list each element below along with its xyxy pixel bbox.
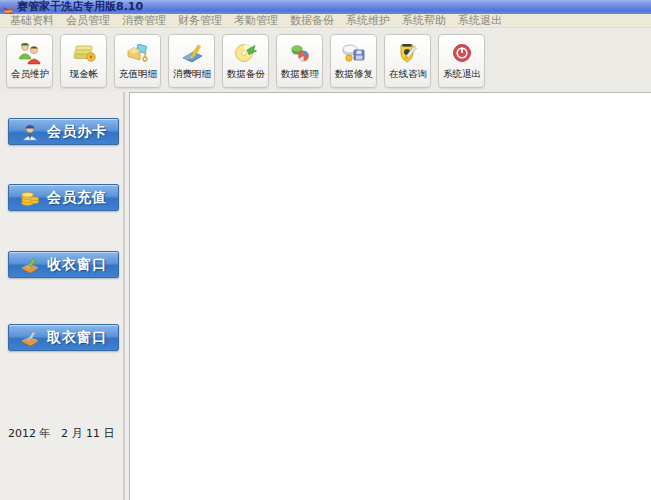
menu-item-system-exit[interactable]: 系统退出 [452, 14, 508, 28]
sidebar-button-label: 会员充值 [47, 189, 107, 207]
titlebar: 赛管家干洗店专用版8.10 [0, 0, 651, 14]
toolbar-button-label: 数据整理 [281, 67, 319, 80]
sidebar-button-member-recharge[interactable]: 会员充值 [8, 184, 119, 211]
menubar: 基础资料 会员管理 消费管理 财务管理 考勤管理 数据备份 系统维护 系统帮助 … [0, 14, 651, 28]
body-area: 会员办卡 会员充值 [0, 92, 651, 500]
toolbar-button-label: 会员维护 [11, 67, 49, 80]
toolbar-button-label: 系统退出 [443, 67, 481, 80]
toolbar-button-label: 充值明细 [119, 67, 157, 80]
data-organize-icon [287, 41, 313, 65]
toolbar-button-member-maintain[interactable]: 会员维护 [6, 34, 53, 88]
app-logo-icon [3, 2, 14, 13]
sidebar-button-label: 收衣窗口 [47, 256, 107, 274]
toolbar-button-label: 现金帐 [69, 67, 98, 80]
toolbar: 会员维护 ¥ 现金帐 [0, 29, 651, 92]
consume-detail-icon [179, 41, 205, 65]
toolbar-button-label: 在线咨询 [389, 67, 427, 80]
sidebar: 会员办卡 会员充值 [0, 92, 125, 500]
pickup-clothes-icon [20, 328, 40, 348]
member-card-icon [20, 122, 40, 142]
sidebar-button-label: 取衣窗口 [47, 329, 107, 347]
toolbar-button-online-consult[interactable]: 在线咨询 [384, 34, 431, 88]
sidebar-button-label: 会员办卡 [47, 123, 107, 141]
data-repair-icon [341, 41, 367, 65]
toolbar-button-data-backup[interactable]: 数据备份 [222, 34, 269, 88]
toolbar-button-consume-detail[interactable]: 消费明细 [168, 34, 215, 88]
sidebar-button-member-card[interactable]: 会员办卡 [8, 118, 119, 145]
toolbar-button-recharge-detail[interactable]: 充值明细 [114, 34, 161, 88]
menu-item-consume-mgmt[interactable]: 消费管理 [116, 14, 172, 28]
toolbar-button-cash-book[interactable]: ¥ 现金帐 [60, 34, 107, 88]
toolbar-button-label: 数据备份 [227, 67, 265, 80]
online-consult-icon [395, 41, 421, 65]
toolbar-button-data-repair[interactable]: 数据修复 [330, 34, 377, 88]
cash-icon: ¥ [71, 41, 97, 65]
date-label: 2012 年 2 月 11 日 [8, 426, 114, 441]
toolbar-button-label: 数据修复 [335, 67, 373, 80]
menu-item-system-help[interactable]: 系统帮助 [396, 14, 452, 28]
data-backup-icon [233, 41, 259, 65]
receive-clothes-icon [20, 255, 40, 275]
system-exit-icon [449, 41, 475, 65]
menu-item-member-mgmt[interactable]: 会员管理 [60, 14, 116, 28]
menu-item-data-backup[interactable]: 数据备份 [284, 14, 340, 28]
toolbar-button-system-exit[interactable]: 系统退出 [438, 34, 485, 88]
toolbar-button-data-organize[interactable]: 数据整理 [276, 34, 323, 88]
app-window: 赛管家干洗店专用版8.10 基础资料 会员管理 消费管理 财务管理 考勤管理 数… [0, 0, 651, 500]
member-recharge-icon [20, 188, 40, 208]
sidebar-button-pickup-clothes[interactable]: 取衣窗口 [8, 324, 119, 351]
recharge-detail-icon [125, 41, 151, 65]
toolbar-button-label: 消费明细 [173, 67, 211, 80]
menu-item-attendance-mgmt[interactable]: 考勤管理 [228, 14, 284, 28]
menu-item-system-maintain[interactable]: 系统维护 [340, 14, 396, 28]
window-title: 赛管家干洗店专用版8.10 [17, 0, 143, 14]
menu-item-basic-data[interactable]: 基础资料 [4, 14, 60, 28]
sidebar-button-receive-clothes[interactable]: 收衣窗口 [8, 251, 119, 278]
main-work-area [129, 92, 651, 500]
members-icon [17, 41, 43, 65]
svg-text:¥: ¥ [89, 53, 93, 60]
menu-item-finance-mgmt[interactable]: 财务管理 [172, 14, 228, 28]
